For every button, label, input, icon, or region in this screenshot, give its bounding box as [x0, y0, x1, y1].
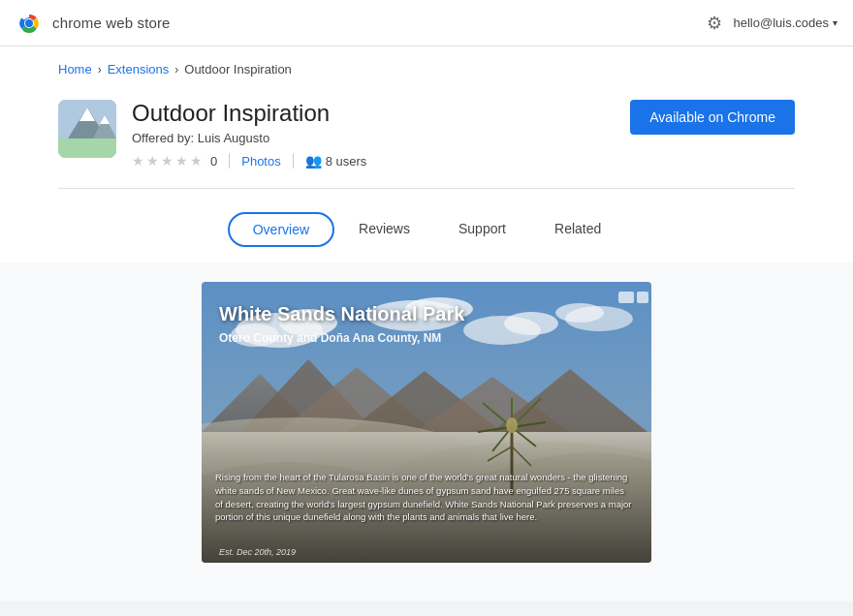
app-header: chrome web store ⚙ hello@luis.codes ▾ [0, 0, 853, 46]
rating-row: ★ ★ ★ ★ ★ 0 Photos 👥 8 users [132, 153, 366, 169]
screenshot-image: White Sands National Park Otero County a… [202, 282, 651, 563]
users-divider [293, 153, 294, 169]
svg-point-3 [25, 19, 33, 27]
rating-count: 0 [210, 154, 217, 169]
star-2: ★ [146, 153, 159, 169]
users-count: 8 users [326, 154, 367, 169]
ext-details: Outdoor Inspiration Offered by: Luis Aug… [132, 100, 366, 169]
star-3: ★ [161, 153, 174, 169]
tab-overview[interactable]: Overview [228, 212, 334, 247]
ext-title: Outdoor Inspiration [132, 100, 366, 127]
photos-link[interactable]: Photos [241, 154, 280, 169]
star-5: ★ [190, 153, 203, 169]
install-button[interactable]: Available on Chrome [630, 100, 795, 135]
divider [58, 188, 795, 189]
users-icon: 👥 [305, 153, 322, 169]
svg-rect-43 [637, 292, 648, 303]
mountain-icon [58, 100, 116, 158]
screenshot-area: White Sands National Park Otero County a… [0, 262, 853, 601]
svg-text:White Sands National Park: White Sands National Park [219, 303, 465, 324]
breadcrumb-sep-1: › [98, 63, 102, 77]
breadcrumb-home[interactable]: Home [58, 62, 92, 77]
svg-rect-10 [58, 139, 116, 158]
header-right: ⚙ hello@luis.codes ▾ [707, 13, 837, 34]
tabs-bar: Overview Reviews Support Related [0, 197, 853, 262]
tab-reviews[interactable]: Reviews [334, 212, 434, 247]
breadcrumb: Home › Extensions › Outdoor Inspiration [0, 46, 853, 84]
breadcrumb-extensions[interactable]: Extensions [108, 62, 170, 77]
rating-divider [229, 153, 230, 169]
header-left: chrome web store [16, 10, 171, 37]
users-info: 👥 8 users [305, 153, 367, 169]
user-dropdown[interactable]: hello@luis.codes ▾ [734, 15, 837, 30]
chrome-logo-icon [16, 10, 43, 37]
stars: ★ ★ ★ ★ ★ [132, 153, 203, 169]
svg-text:Est. Dec 20th, 2019: Est. Dec 20th, 2019 [219, 547, 296, 557]
main-content: Home › Extensions › Outdoor Inspiration [0, 46, 853, 601]
ext-info-left: Outdoor Inspiration Offered by: Luis Aug… [58, 100, 366, 169]
star-4: ★ [175, 153, 188, 169]
user-email: hello@luis.codes [734, 15, 829, 30]
gear-icon[interactable]: ⚙ [707, 13, 722, 34]
breadcrumb-current: Outdoor Inspiration [184, 62, 292, 77]
extension-icon [58, 100, 116, 158]
offered-by: Offered by: Luis Augusto [132, 131, 366, 145]
svg-rect-42 [618, 292, 634, 303]
chevron-down-icon: ▾ [833, 17, 837, 28]
star-1: ★ [132, 153, 144, 169]
store-title: chrome web store [52, 15, 171, 31]
svg-text:Otero County and Doña Ana Coun: Otero County and Doña Ana County, NM [219, 331, 441, 345]
tab-support[interactable]: Support [434, 212, 530, 247]
tab-related[interactable]: Related [530, 212, 625, 247]
breadcrumb-sep-2: › [174, 63, 178, 77]
extension-icon-image [58, 100, 116, 158]
screenshot-container: White Sands National Park Otero County a… [202, 282, 651, 563]
extension-info: Outdoor Inspiration Offered by: Luis Aug… [0, 84, 853, 188]
